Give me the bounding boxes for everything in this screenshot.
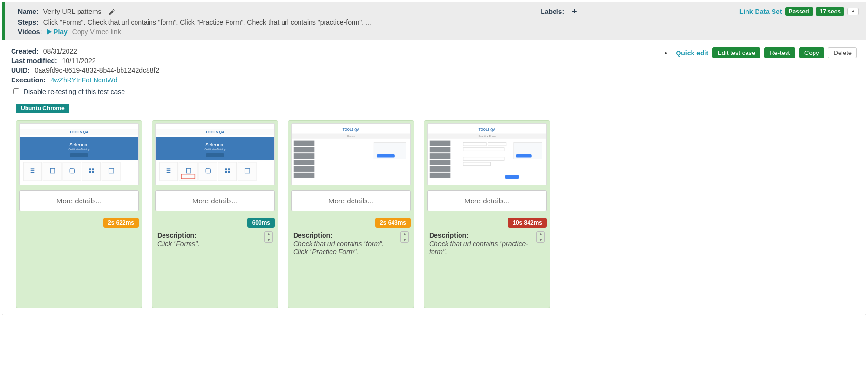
svg-rect-34	[167, 168, 171, 169]
modified-label: Last modified:	[11, 57, 57, 65]
svg-rect-7	[24, 162, 42, 181]
svg-text:TOOLS QA: TOOLS QA	[479, 128, 496, 132]
svg-rect-35	[167, 170, 171, 171]
description-stepper[interactable]: ▲▼	[536, 231, 545, 243]
status-badge: Passed	[785, 7, 813, 16]
svg-text:TOOLS QA: TOOLS QA	[69, 130, 89, 134]
copy-vimeo-link[interactable]: Copy Vimeo link	[72, 28, 121, 36]
bullet-marker: •	[665, 49, 667, 57]
svg-rect-40	[225, 168, 227, 170]
execution-link[interactable]: 4wZhRYtnFaLNcntWd	[50, 76, 117, 84]
retest-button[interactable]: Re-test	[764, 47, 795, 58]
svg-rect-70	[463, 157, 504, 161]
action-bar: • Quick edit Edit test case Re-test Copy…	[665, 47, 857, 58]
step-duration-chip: 2s 622ms	[103, 218, 139, 228]
environment-badge: Ubuntu Chrome	[16, 104, 69, 113]
svg-rect-13	[31, 170, 35, 171]
description-text: Check that url contains "form". Click "P…	[293, 240, 398, 255]
copy-button[interactable]: Copy	[799, 47, 824, 58]
steps-label: Steps:	[18, 18, 39, 26]
step-screenshot-thumbnail[interactable]: TOOLS QA Selenium Certification Training	[19, 123, 139, 185]
svg-rect-49	[294, 141, 315, 146]
play-video-link[interactable]: Play	[47, 28, 69, 36]
svg-rect-18	[92, 168, 94, 170]
svg-text:Practice Form: Practice Form	[478, 135, 495, 138]
uuid-value: 0aa9fd9c-8619-4832-8b44-bb1242dc88f2	[35, 67, 159, 74]
svg-rect-14	[31, 172, 35, 173]
svg-text:Selenium: Selenium	[69, 142, 89, 147]
disable-retesting-label: Disable re-testing of this test case	[24, 88, 125, 95]
description-text: Check that url contains "practice-form".	[429, 240, 534, 255]
disable-retesting-checkbox[interactable]	[13, 88, 19, 94]
delete-button[interactable]: Delete	[828, 47, 857, 58]
svg-rect-19	[89, 171, 91, 173]
svg-rect-11	[102, 162, 120, 181]
svg-rect-65	[430, 166, 451, 172]
svg-text:TOOLS QA: TOOLS QA	[343, 128, 360, 132]
description-text: Click "Forms".	[157, 240, 262, 248]
step-card: TOOLS QA Selenium Certification Training	[16, 120, 142, 308]
edit-test-case-button[interactable]: Edit test case	[712, 47, 760, 58]
step-duration-chip: 2s 643ms	[375, 218, 411, 228]
svg-rect-71	[463, 162, 491, 166]
svg-rect-42	[225, 171, 227, 173]
svg-rect-36	[167, 172, 171, 173]
svg-rect-74	[505, 175, 519, 179]
execution-label: Execution:	[11, 76, 46, 84]
step-card: TOOLS QA Selenium Certification Training	[152, 120, 278, 308]
svg-rect-8	[43, 162, 61, 181]
uuid-label: UUID:	[11, 67, 30, 74]
svg-rect-12	[31, 168, 35, 169]
svg-text:Forms: Forms	[347, 135, 355, 138]
svg-rect-54	[294, 173, 315, 178]
svg-rect-30	[179, 162, 197, 181]
svg-rect-17	[89, 168, 91, 170]
svg-text:Selenium: Selenium	[205, 142, 225, 147]
svg-rect-69	[463, 148, 504, 151]
description-label: Description:	[157, 231, 273, 239]
more-details-button[interactable]: More details...	[427, 190, 547, 211]
svg-rect-61	[430, 141, 451, 146]
step-screenshot-thumbnail[interactable]: TOOLS QA Selenium Certification Training	[155, 123, 275, 185]
test-case-header: Name: Verify URL patterns Labels: + Link…	[2, 2, 866, 40]
more-details-button[interactable]: More details...	[291, 190, 411, 211]
add-label-icon[interactable]: +	[572, 6, 577, 16]
modified-value: 10/11/2022	[62, 57, 96, 65]
svg-rect-31	[199, 162, 217, 181]
step-screenshot-thumbnail[interactable]: TOOLS QA Forms	[291, 123, 411, 185]
svg-rect-64	[430, 160, 451, 165]
svg-rect-43	[228, 171, 230, 173]
name-value: Verify URL patterns	[43, 8, 102, 15]
description-label: Description:	[293, 231, 409, 239]
svg-rect-29	[160, 162, 178, 181]
quick-edit-link[interactable]: Quick edit	[676, 49, 708, 57]
step-screenshot-thumbnail[interactable]: TOOLS QA Practice Form	[427, 123, 547, 185]
metadata-block: Created: 08/31/2022 Last modified: 10/11…	[11, 47, 159, 98]
step-card: TOOLS QA Forms More details... 2s 643ms	[288, 120, 414, 308]
more-details-button[interactable]: More details...	[19, 190, 139, 211]
svg-rect-67	[463, 142, 486, 146]
more-details-button[interactable]: More details...	[155, 190, 275, 211]
link-data-set-link[interactable]: Link Data Set	[739, 8, 782, 15]
edit-name-icon[interactable]	[108, 8, 116, 16]
collapse-toggle[interactable]	[847, 8, 859, 15]
svg-text:Certification Training: Certification Training	[204, 148, 225, 151]
name-label: Name:	[18, 8, 39, 15]
svg-rect-50	[294, 147, 315, 152]
created-label: Created:	[11, 47, 39, 55]
videos-label: Videos:	[18, 28, 42, 36]
description-stepper[interactable]: ▲▼	[400, 231, 409, 243]
svg-rect-73	[516, 154, 532, 158]
step-card: TOOLS QA Practice Form	[424, 120, 550, 308]
created-value: 08/31/2022	[43, 47, 77, 55]
svg-rect-6	[70, 153, 88, 157]
description-label: Description:	[429, 231, 545, 239]
svg-rect-68	[488, 142, 506, 146]
svg-rect-52	[294, 160, 315, 165]
svg-rect-63	[430, 153, 451, 159]
svg-rect-56	[377, 154, 395, 158]
description-stepper[interactable]: ▲▼	[264, 231, 273, 243]
step-cards-container: TOOLS QA Selenium Certification Training	[11, 120, 857, 308]
step-duration-chip: 600ms	[247, 218, 275, 228]
svg-rect-53	[294, 166, 315, 172]
